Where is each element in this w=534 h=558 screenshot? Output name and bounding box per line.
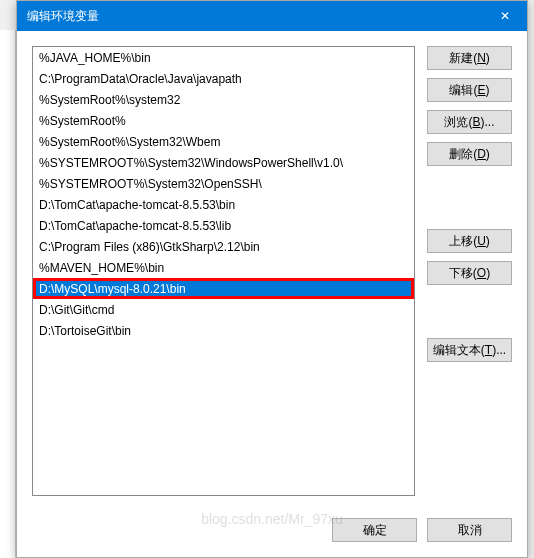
close-icon: ✕ — [500, 9, 510, 23]
list-item[interactable]: %MAVEN_HOME%\bin — [33, 257, 414, 278]
browse-button[interactable]: 浏览(B)... — [427, 110, 512, 134]
new-button[interactable]: 新建(N) — [427, 46, 512, 70]
dialog-footer: 确定 取消 — [332, 518, 512, 542]
cancel-button[interactable]: 取消 — [427, 518, 512, 542]
list-item[interactable]: D:\TortoiseGit\bin — [33, 320, 414, 341]
list-item[interactable]: C:\Program Files (x86)\GtkSharp\2.12\bin — [33, 236, 414, 257]
watermark-text: blog.csdn.net/Mr_97xu — [201, 511, 343, 527]
delete-button[interactable]: 删除(D) — [427, 142, 512, 166]
spacer — [427, 293, 512, 338]
edit-env-dialog: 编辑环境变量 ✕ %JAVA_HOME%\binC:\ProgramData\O… — [16, 0, 528, 558]
list-item[interactable]: %SYSTEMROOT%\System32\WindowsPowerShell\… — [33, 152, 414, 173]
edit-button[interactable]: 编辑(E) — [427, 78, 512, 102]
move-up-button[interactable]: 上移(U) — [427, 229, 512, 253]
edit-text-button[interactable]: 编辑文本(T)... — [427, 338, 512, 362]
spacer — [427, 174, 512, 229]
list-item[interactable]: %SystemRoot%\System32\Wbem — [33, 131, 414, 152]
dialog-title: 编辑环境变量 — [27, 8, 482, 25]
list-item[interactable]: C:\ProgramData\Oracle\Java\javapath — [33, 68, 414, 89]
list-item[interactable]: D:\MySQL\mysql-8.0.21\bin — [33, 278, 414, 299]
list-item[interactable]: D:\TomCat\apache-tomcat-8.5.53\lib — [33, 215, 414, 236]
ok-button[interactable]: 确定 — [332, 518, 417, 542]
close-button[interactable]: ✕ — [482, 1, 527, 31]
list-item[interactable]: %SYSTEMROOT%\System32\OpenSSH\ — [33, 173, 414, 194]
dialog-content: %JAVA_HOME%\binC:\ProgramData\Oracle\Jav… — [17, 31, 527, 511]
background-fragment — [0, 30, 16, 558]
list-item[interactable]: %SystemRoot% — [33, 110, 414, 131]
titlebar: 编辑环境变量 ✕ — [17, 1, 527, 31]
list-item[interactable]: %SystemRoot%\system32 — [33, 89, 414, 110]
button-column: 新建(N) 编辑(E) 浏览(B)... 删除(D) 上移(U) 下移(O) 编… — [427, 46, 512, 496]
path-listbox[interactable]: %JAVA_HOME%\binC:\ProgramData\Oracle\Jav… — [32, 46, 415, 496]
list-item[interactable]: D:\TomCat\apache-tomcat-8.5.53\bin — [33, 194, 414, 215]
move-down-button[interactable]: 下移(O) — [427, 261, 512, 285]
list-item[interactable]: %JAVA_HOME%\bin — [33, 47, 414, 68]
list-item[interactable]: D:\Git\Git\cmd — [33, 299, 414, 320]
